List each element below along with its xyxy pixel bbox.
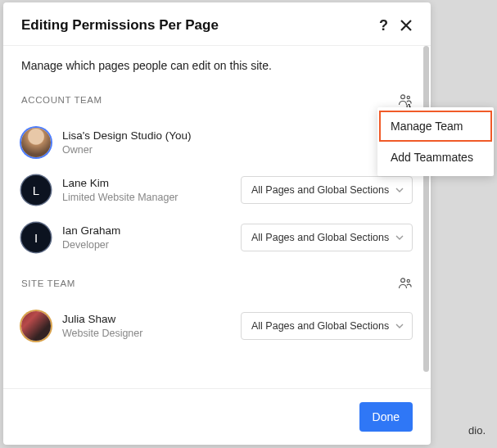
menu-item-add-teammates[interactable]: Add Teammates (377, 142, 494, 173)
permission-select[interactable]: All Pages and Global Sections (241, 312, 413, 340)
member-role: Developer (62, 239, 229, 251)
avatar (21, 311, 51, 341)
member-name: Julia Shaw (62, 313, 229, 325)
avatar-initial: I (34, 231, 38, 245)
member-info: Lane Kim Limited Website Manager (62, 177, 229, 203)
member-row: I Ian Graham Developer All Pages and Glo… (21, 215, 413, 262)
svg-point-3 (407, 279, 409, 282)
member-role: Website Designer (62, 328, 229, 339)
svg-point-0 (401, 95, 405, 99)
svg-point-1 (407, 96, 409, 98)
done-button[interactable]: Done (359, 402, 413, 432)
permission-select[interactable]: All Pages and Global Sections (241, 176, 413, 204)
site-team-header: SITE TEAM (21, 277, 413, 290)
avatar: I (21, 223, 51, 252)
menu-item-manage-team[interactable]: Manage Team (379, 111, 492, 142)
chevron-down-icon (395, 186, 404, 194)
intro-text: Manage which pages people can edit on th… (21, 59, 413, 72)
member-role: Limited Website Manager (62, 192, 229, 203)
modal-title: Editing Permissions Per Page (21, 17, 219, 34)
site-team-icon[interactable] (398, 277, 413, 290)
site-team-label: SITE TEAM (21, 278, 75, 288)
member-info: Julia Shaw Website Designer (62, 313, 229, 339)
svg-point-2 (401, 278, 405, 283)
permission-value: All Pages and Global Sections (251, 320, 389, 332)
member-row: Julia Shaw Website Designer All Pages an… (21, 303, 413, 351)
member-row-owner: Lisa's Design Studio (You) Owner (21, 120, 413, 167)
member-name: Lisa's Design Studio (You) (62, 129, 413, 142)
permission-value: All Pages and Global Sections (251, 232, 389, 243)
avatar (21, 128, 51, 157)
member-role: Owner (62, 144, 413, 156)
chevron-down-icon (395, 322, 404, 330)
team-actions-menu: Manage Team Add Teammates (377, 107, 494, 176)
account-team-label: ACCOUNT TEAM (21, 95, 102, 105)
permissions-modal: Editing Permissions Per Page ? Manage wh… (3, 2, 431, 445)
account-team-header: ACCOUNT TEAM (21, 93, 413, 106)
member-name: Ian Graham (62, 224, 229, 237)
permission-select[interactable]: All Pages and Global Sections (241, 224, 413, 251)
scrollbar-thumb[interactable] (423, 46, 429, 372)
help-icon[interactable]: ? (379, 18, 388, 33)
account-team-icon[interactable] (398, 93, 413, 106)
member-info: Ian Graham Developer (62, 224, 229, 251)
member-row: L Lane Kim Limited Website Manager All P… (21, 167, 413, 215)
background-text-fragment: dio. (468, 424, 486, 437)
modal-header: Editing Permissions Per Page ? (3, 2, 431, 45)
header-actions: ? (379, 18, 413, 33)
member-name: Lane Kim (62, 177, 229, 189)
modal-body: Manage which pages people can edit on th… (3, 46, 431, 388)
member-info: Lisa's Design Studio (You) Owner (62, 129, 413, 156)
avatar: L (21, 175, 51, 205)
chevron-down-icon (395, 233, 404, 242)
avatar-initial: L (33, 183, 39, 197)
modal-footer: Done (3, 388, 431, 445)
permission-value: All Pages and Global Sections (251, 184, 389, 196)
close-icon[interactable] (400, 19, 413, 32)
